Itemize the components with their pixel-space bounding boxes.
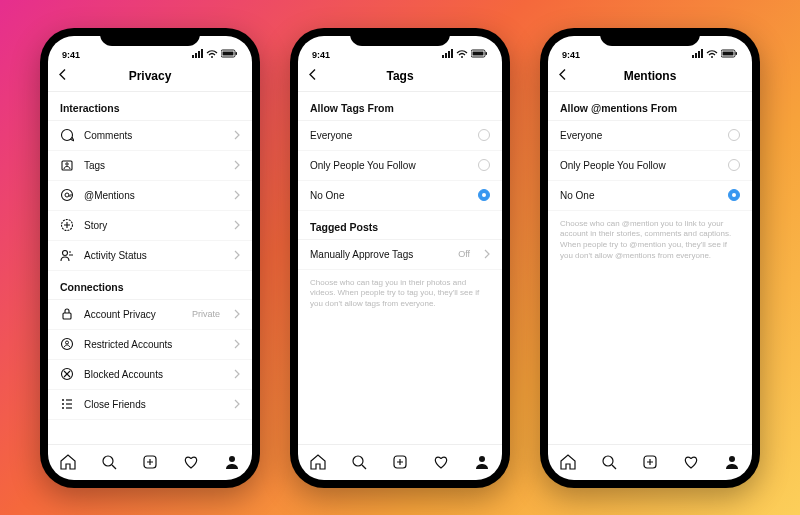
- back-button[interactable]: [308, 69, 317, 84]
- row-label: Manually Approve Tags: [310, 249, 448, 260]
- tab-activity[interactable]: [432, 454, 450, 470]
- help-text: Choose who can @mention you to link to y…: [548, 211, 752, 270]
- nav-header: Privacy: [48, 62, 252, 92]
- option-everyone[interactable]: Everyone: [548, 121, 752, 151]
- option-following[interactable]: Only People You Follow: [548, 151, 752, 181]
- row-comments[interactable]: Comments: [48, 121, 252, 151]
- tab-bar: [298, 444, 502, 480]
- option-no-one[interactable]: No One: [298, 181, 502, 211]
- screen-privacy: 9:41 Privacy Interactions Comments Tags: [48, 36, 252, 480]
- option-label: No One: [310, 190, 468, 201]
- tab-add[interactable]: [141, 454, 159, 470]
- wifi-icon: [206, 49, 218, 60]
- signal-icon: [692, 49, 703, 60]
- tab-home[interactable]: [59, 453, 77, 471]
- back-button[interactable]: [558, 69, 567, 84]
- notch: [100, 28, 200, 46]
- tab-add[interactable]: [391, 454, 409, 470]
- tab-bar: [548, 444, 752, 480]
- tab-search[interactable]: [350, 454, 368, 470]
- row-label: Account Privacy: [84, 309, 182, 320]
- nav-header: Tags: [298, 62, 502, 92]
- content-mentions[interactable]: Allow @mentions From Everyone Only Peopl…: [548, 92, 752, 444]
- chevron-right-icon: [234, 339, 240, 349]
- page-title: Tags: [386, 69, 413, 83]
- row-label: Blocked Accounts: [84, 369, 224, 380]
- content-privacy[interactable]: Interactions Comments Tags @Mentions Sto…: [48, 92, 252, 444]
- row-mentions[interactable]: @Mentions: [48, 181, 252, 211]
- chevron-right-icon: [234, 309, 240, 319]
- row-label: Tags: [84, 160, 224, 171]
- activity-icon: [60, 248, 74, 262]
- radio-icon: [478, 159, 490, 171]
- status-indicators: [692, 49, 738, 60]
- radio-selected-icon: [478, 189, 490, 201]
- row-label: Story: [84, 220, 224, 231]
- chevron-right-icon: [234, 190, 240, 200]
- tab-profile[interactable]: [473, 454, 491, 470]
- row-close-friends[interactable]: Close Friends: [48, 390, 252, 420]
- radio-icon: [728, 129, 740, 141]
- row-account-privacy[interactable]: Account Privacy Private: [48, 300, 252, 330]
- chevron-right-icon: [234, 250, 240, 260]
- tab-activity[interactable]: [682, 454, 700, 470]
- status-time: 9:41: [562, 50, 580, 60]
- lock-icon: [60, 307, 74, 321]
- status-indicators: [192, 49, 238, 60]
- tab-profile[interactable]: [223, 454, 241, 470]
- page-title: Mentions: [624, 69, 677, 83]
- content-tags[interactable]: Allow Tags From Everyone Only People You…: [298, 92, 502, 444]
- row-manual-approve[interactable]: Manually Approve Tags Off: [298, 240, 502, 270]
- tab-home[interactable]: [309, 453, 327, 471]
- list-icon: [60, 397, 74, 411]
- chevron-right-icon: [234, 369, 240, 379]
- tab-add[interactable]: [641, 454, 659, 470]
- phone-privacy: 9:41 Privacy Interactions Comments Tags: [40, 28, 260, 488]
- page-title: Privacy: [129, 69, 172, 83]
- signal-icon: [192, 49, 203, 60]
- option-label: Only People You Follow: [310, 160, 468, 171]
- screen-mentions: 9:41 Mentions Allow @mentions From Every…: [548, 36, 752, 480]
- option-no-one[interactable]: No One: [548, 181, 752, 211]
- row-story[interactable]: Story: [48, 211, 252, 241]
- radio-selected-icon: [728, 189, 740, 201]
- tab-search[interactable]: [600, 454, 618, 470]
- row-label: Comments: [84, 130, 224, 141]
- nav-header: Mentions: [548, 62, 752, 92]
- section-header-interactions: Interactions: [48, 92, 252, 121]
- blocked-icon: [60, 367, 74, 381]
- status-time: 9:41: [312, 50, 330, 60]
- chevron-right-icon: [234, 160, 240, 170]
- mention-icon: [60, 188, 74, 202]
- tab-activity[interactable]: [182, 454, 200, 470]
- tab-profile[interactable]: [723, 454, 741, 470]
- battery-icon: [221, 49, 238, 60]
- tab-home[interactable]: [559, 453, 577, 471]
- option-label: No One: [560, 190, 718, 201]
- battery-icon: [721, 49, 738, 60]
- notch: [600, 28, 700, 46]
- back-button[interactable]: [58, 69, 67, 84]
- phone-tags: 9:41 Tags Allow Tags From Everyone Only …: [290, 28, 510, 488]
- radio-icon: [728, 159, 740, 171]
- tab-search[interactable]: [100, 454, 118, 470]
- section-header-tagged-posts: Tagged Posts: [298, 211, 502, 240]
- status-indicators: [442, 49, 488, 60]
- row-blocked-accounts[interactable]: Blocked Accounts: [48, 360, 252, 390]
- tab-bar: [48, 444, 252, 480]
- chevron-right-icon: [234, 130, 240, 140]
- option-everyone[interactable]: Everyone: [298, 121, 502, 151]
- row-label: Close Friends: [84, 399, 224, 410]
- option-following[interactable]: Only People You Follow: [298, 151, 502, 181]
- option-label: Only People You Follow: [560, 160, 718, 171]
- row-activity-status[interactable]: Activity Status: [48, 241, 252, 271]
- help-text: Choose who can tag you in their photos a…: [298, 270, 502, 318]
- row-restricted-accounts[interactable]: Restricted Accounts: [48, 330, 252, 360]
- wifi-icon: [456, 49, 468, 60]
- row-tags[interactable]: Tags: [48, 151, 252, 181]
- radio-icon: [478, 129, 490, 141]
- row-value: Off: [458, 249, 470, 259]
- wifi-icon: [706, 49, 718, 60]
- tag-icon: [60, 158, 74, 172]
- screen-tags: 9:41 Tags Allow Tags From Everyone Only …: [298, 36, 502, 480]
